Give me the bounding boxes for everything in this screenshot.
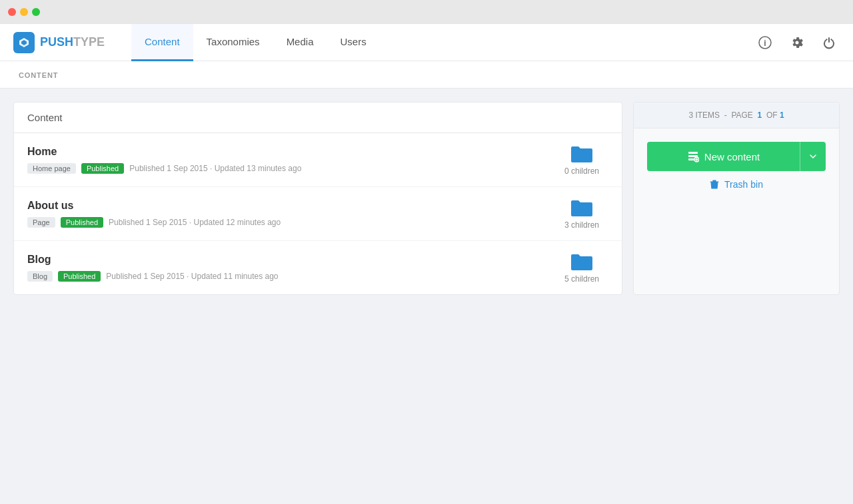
content-row-blog-status-tag: Published [58, 271, 101, 282]
logo[interactable]: PUSHTYPE [13, 32, 105, 53]
svg-rect-4 [688, 152, 698, 154]
stats-page-label: PAGE [731, 111, 752, 120]
maximize-button[interactable] [32, 8, 40, 16]
stats-of-label: OF [766, 111, 778, 120]
new-content-icon [687, 150, 699, 162]
nav-item-content[interactable]: Content [131, 24, 193, 61]
nav-item-media[interactable]: Media [273, 24, 327, 61]
svg-rect-6 [688, 158, 694, 160]
trash-bin-label: Trash bin [724, 179, 763, 190]
content-row-about-us-meta-text: Published 1 Sep 2015 · Updated 12 minute… [109, 218, 281, 227]
logo-push: PUSH [40, 35, 73, 49]
svg-text:i: i [764, 39, 766, 48]
content-row-blog-meta: Blog Published Published 1 Sep 2015 · Up… [27, 271, 555, 282]
content-row-about-us-meta: Page Published Published 1 Sep 2015 · Up… [27, 217, 555, 228]
stats-items-count: 3 [688, 111, 693, 120]
logo-type: TYPE [73, 35, 105, 49]
settings-icon-button[interactable] [786, 32, 808, 53]
minimize-button[interactable] [20, 8, 28, 16]
nav-actions: i [754, 32, 840, 53]
content-row-blog[interactable]: Blog Blog Published Published 1 Sep 2015… [14, 241, 622, 294]
content-row-blog-info: Blog Blog Published Published 1 Sep 2015… [27, 254, 555, 282]
content-row-blog-type-tag: Blog [27, 271, 53, 282]
content-panel-title: Content [14, 103, 622, 133]
content-row-about-us[interactable]: About us Page Published Published 1 Sep … [14, 187, 622, 241]
folder-icon-home [570, 144, 594, 164]
content-row-about-us-status-tag: Published [61, 217, 103, 228]
nav-item-users[interactable]: Users [327, 24, 379, 61]
logo-text: PUSHTYPE [40, 35, 105, 49]
content-row-home-meta-text: Published 1 Sep 2015 · Updated 13 minute… [129, 164, 301, 173]
stats-page-current: 1 [758, 111, 762, 120]
folder-icon-about-us [570, 198, 594, 218]
new-content-arrow[interactable] [800, 142, 826, 171]
content-row-home-meta: Home page Published Published 1 Sep 2015… [27, 163, 555, 174]
content-row-home[interactable]: Home Home page Published Published 1 Sep… [14, 133, 622, 187]
content-row-about-us-children[interactable]: 3 children [555, 198, 608, 230]
sidebar-actions: New content Trash bin [634, 128, 839, 203]
folder-icon-blog [570, 252, 594, 272]
power-icon-button[interactable] [818, 32, 840, 53]
sidebar-stats: 3 ITEMS - PAGE 1 OF 1 [634, 103, 839, 128]
chevron-down-icon [810, 154, 816, 159]
stats-page-total: 1 [780, 111, 784, 120]
content-row-home-children[interactable]: 0 children [555, 144, 608, 176]
new-content-button[interactable]: New content [647, 142, 826, 171]
nav-item-taxonomies[interactable]: Taxonomies [193, 24, 273, 61]
content-row-about-us-type-tag: Page [27, 217, 55, 228]
content-row-blog-title: Blog [27, 254, 555, 266]
sidebar-panel: 3 ITEMS - PAGE 1 OF 1 New [633, 102, 840, 295]
content-row-about-us-info: About us Page Published Published 1 Sep … [27, 200, 555, 228]
sidebar-stats-text: 3 ITEMS - PAGE 1 OF 1 [688, 111, 784, 120]
titlebar [0, 0, 853, 24]
close-button[interactable] [8, 8, 16, 16]
breadcrumb-bar: CONTENT [0, 61, 853, 89]
content-row-about-us-children-count: 3 children [564, 220, 599, 230]
new-content-button-label: New content [704, 151, 760, 162]
content-row-blog-children-count: 5 children [564, 274, 599, 284]
main-layout: Content Home Home page Published Publish… [0, 89, 853, 308]
new-content-button-main[interactable]: New content [647, 142, 800, 170]
navbar: PUSHTYPE Content Taxonomies Media Users … [0, 24, 853, 61]
trash-bin-button[interactable]: Trash bin [710, 179, 763, 190]
content-row-home-title: Home [27, 146, 555, 158]
logo-icon [13, 32, 35, 53]
content-panel: Content Home Home page Published Publish… [13, 102, 622, 295]
content-row-blog-children[interactable]: 5 children [555, 252, 608, 284]
trash-icon [710, 179, 719, 190]
content-row-home-status-tag: Published [81, 163, 124, 174]
nav-links: Content Taxonomies Media Users [131, 24, 754, 61]
content-row-home-type-tag: Home page [27, 163, 76, 174]
content-row-home-info: Home Home page Published Published 1 Sep… [27, 146, 555, 174]
info-icon-button[interactable]: i [754, 32, 776, 53]
content-row-home-children-count: 0 children [564, 166, 599, 176]
content-row-about-us-title: About us [27, 200, 555, 212]
stats-items-label: ITEMS [695, 111, 720, 120]
breadcrumb-label: CONTENT [19, 71, 58, 79]
content-row-blog-meta-text: Published 1 Sep 2015 · Updated 11 minute… [106, 272, 278, 281]
